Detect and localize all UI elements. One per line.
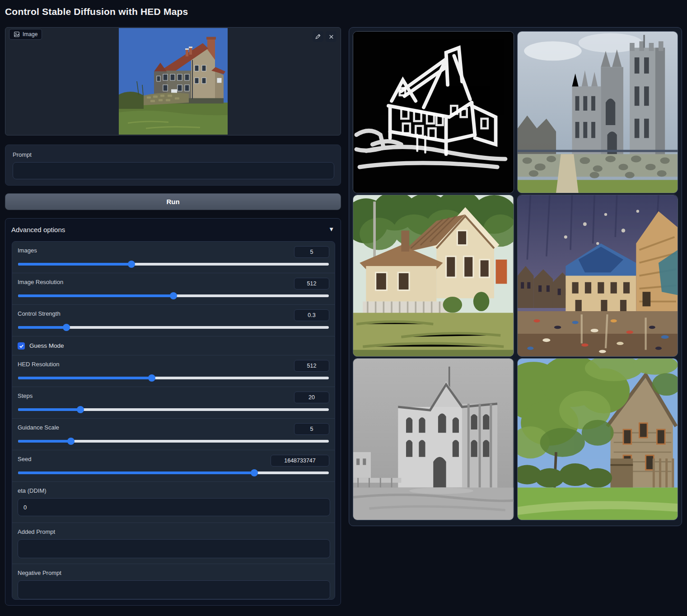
edit-image-button[interactable] [313, 31, 323, 42]
image-resolution-slider-row: Image Resolution [12, 273, 335, 305]
hed-map-art [353, 32, 514, 193]
advanced-options-header[interactable]: Advanced options [11, 226, 65, 233]
hed-resolution-slider-row: HED Resolution [12, 355, 335, 387]
grayscale-building-art [353, 359, 514, 520]
check-icon [19, 344, 24, 349]
guidance-scale-slider[interactable] [18, 438, 329, 445]
eta-label: eta (DDIM) [18, 487, 47, 494]
advanced-options-accordion: Advanced options ▼ Images Image Resoluti… [5, 218, 341, 606]
input-image-widget[interactable]: Image [5, 27, 341, 135]
slider-handle[interactable] [251, 469, 258, 476]
slider-handle[interactable] [63, 324, 70, 331]
impressionist-art [518, 195, 678, 356]
uploaded-house-photo [119, 28, 228, 135]
negative-prompt-input[interactable] [18, 580, 330, 599]
hed-resolution-value-input[interactable] [294, 360, 329, 372]
guidance-scale-value-input[interactable] [294, 423, 329, 435]
page-title: Control Stable Diffusion with HED Maps [5, 6, 188, 17]
app-root: Control Stable Diffusion with HED Maps I… [0, 0, 687, 616]
image-component-label: Image [9, 29, 42, 40]
steps-label: Steps [18, 392, 33, 399]
eta-row: eta (DDIM) [12, 482, 335, 523]
images-label: Images [18, 247, 37, 254]
advanced-options-form: Images Image Resolution Control Strength [12, 241, 335, 600]
gallery-item-impressionist[interactable] [517, 195, 678, 357]
guess-mode-checkbox[interactable] [18, 342, 25, 350]
image-resolution-value-input[interactable] [294, 278, 329, 289]
prompt-block: Prompt [5, 145, 341, 186]
prompt-input[interactable] [13, 162, 334, 179]
added-prompt-row: Added Prompt [12, 523, 335, 564]
hed-resolution-label: HED Resolution [18, 361, 60, 368]
guess-mode-label: Guess Mode [29, 342, 64, 349]
gallery-item-grayscale-building[interactable] [353, 358, 514, 520]
image-component-label-text: Image [23, 31, 37, 37]
slider-handle[interactable] [67, 438, 75, 445]
control-strength-value-input[interactable] [294, 309, 329, 321]
output-gallery [349, 27, 682, 526]
steps-slider[interactable] [18, 406, 329, 413]
slider-handle[interactable] [77, 406, 84, 413]
slider-handle[interactable] [148, 374, 155, 382]
images-slider[interactable] [18, 261, 329, 268]
slider-handle[interactable] [128, 261, 135, 268]
run-button[interactable]: Run [5, 193, 341, 210]
seed-slider-row: Seed [12, 450, 335, 482]
image-resolution-label: Image Resolution [18, 279, 63, 285]
images-slider-row: Images [12, 242, 335, 273]
slider-handle[interactable] [170, 292, 177, 299]
control-strength-slider-row: Control Strength [12, 305, 335, 336]
gallery-item-hed-map[interactable] [353, 31, 514, 193]
x-icon [328, 34, 334, 40]
gallery-item-house-with-trees[interactable] [517, 358, 678, 520]
control-strength-label: Control Strength [18, 310, 61, 317]
gallery-item-cathedral[interactable] [517, 31, 678, 193]
eta-input[interactable] [18, 498, 330, 516]
negative-prompt-row: Negative Prompt [12, 564, 335, 600]
added-prompt-input[interactable] [18, 539, 330, 558]
seed-slider[interactable] [18, 469, 329, 476]
gallery-item-painted-house[interactable] [353, 195, 514, 357]
added-prompt-label: Added Prompt [18, 528, 55, 535]
cathedral-art [518, 32, 678, 193]
image-icon [14, 31, 20, 37]
images-value-input[interactable] [294, 246, 329, 258]
negative-prompt-label: Negative Prompt [18, 569, 61, 576]
seed-label: Seed [18, 456, 31, 462]
house-with-trees-art [518, 359, 678, 520]
clear-image-button[interactable] [326, 31, 336, 42]
hed-resolution-slider[interactable] [18, 374, 329, 382]
image-resolution-slider[interactable] [18, 292, 329, 299]
painted-house-art [353, 195, 514, 356]
steps-slider-row: Steps [12, 387, 335, 419]
guess-mode-row: Guess Mode [12, 336, 335, 355]
pencil-icon [315, 33, 321, 40]
steps-value-input[interactable] [294, 392, 329, 403]
guidance-scale-slider-row: Guidance Scale [12, 419, 335, 450]
guidance-scale-label: Guidance Scale [18, 424, 59, 431]
caret-down-icon[interactable]: ▼ [328, 226, 334, 233]
control-strength-slider[interactable] [18, 324, 329, 331]
seed-value-input[interactable] [271, 455, 329, 467]
prompt-label: Prompt [13, 151, 32, 158]
